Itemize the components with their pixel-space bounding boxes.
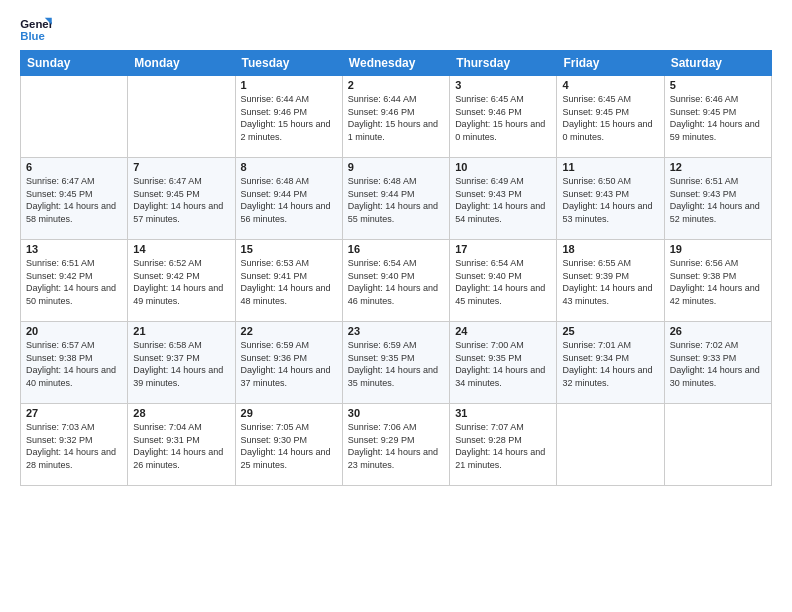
day-info: Sunrise: 6:45 AM Sunset: 9:46 PM Dayligh… [455,93,551,143]
day-number: 27 [26,407,122,419]
day-number: 29 [241,407,337,419]
day-info: Sunrise: 7:01 AM Sunset: 9:34 PM Dayligh… [562,339,658,389]
calendar-week-4: 27Sunrise: 7:03 AM Sunset: 9:32 PM Dayli… [21,404,772,486]
day-info: Sunrise: 6:45 AM Sunset: 9:45 PM Dayligh… [562,93,658,143]
calendar-body: 1Sunrise: 6:44 AM Sunset: 9:46 PM Daylig… [21,76,772,486]
logo: General Blue [20,16,52,44]
calendar-cell: 9Sunrise: 6:48 AM Sunset: 9:44 PM Daylig… [342,158,449,240]
header-sunday: Sunday [21,51,128,76]
calendar-cell: 27Sunrise: 7:03 AM Sunset: 9:32 PM Dayli… [21,404,128,486]
page: General Blue Sunday Monday Tuesday Wedne… [0,0,792,612]
day-info: Sunrise: 7:00 AM Sunset: 9:35 PM Dayligh… [455,339,551,389]
calendar-week-3: 20Sunrise: 6:57 AM Sunset: 9:38 PM Dayli… [21,322,772,404]
day-number: 26 [670,325,766,337]
day-info: Sunrise: 6:59 AM Sunset: 9:35 PM Dayligh… [348,339,444,389]
calendar-cell: 23Sunrise: 6:59 AM Sunset: 9:35 PM Dayli… [342,322,449,404]
calendar-cell [21,76,128,158]
calendar-week-1: 6Sunrise: 6:47 AM Sunset: 9:45 PM Daylig… [21,158,772,240]
day-info: Sunrise: 6:46 AM Sunset: 9:45 PM Dayligh… [670,93,766,143]
day-number: 28 [133,407,229,419]
day-number: 2 [348,79,444,91]
day-number: 3 [455,79,551,91]
day-number: 19 [670,243,766,255]
day-info: Sunrise: 6:48 AM Sunset: 9:44 PM Dayligh… [348,175,444,225]
day-info: Sunrise: 6:57 AM Sunset: 9:38 PM Dayligh… [26,339,122,389]
calendar-cell: 31Sunrise: 7:07 AM Sunset: 9:28 PM Dayli… [450,404,557,486]
calendar-cell: 13Sunrise: 6:51 AM Sunset: 9:42 PM Dayli… [21,240,128,322]
day-info: Sunrise: 6:54 AM Sunset: 9:40 PM Dayligh… [348,257,444,307]
calendar-cell: 5Sunrise: 6:46 AM Sunset: 9:45 PM Daylig… [664,76,771,158]
header-monday: Monday [128,51,235,76]
calendar-cell: 25Sunrise: 7:01 AM Sunset: 9:34 PM Dayli… [557,322,664,404]
day-info: Sunrise: 6:58 AM Sunset: 9:37 PM Dayligh… [133,339,229,389]
day-info: Sunrise: 6:50 AM Sunset: 9:43 PM Dayligh… [562,175,658,225]
calendar-cell: 29Sunrise: 7:05 AM Sunset: 9:30 PM Dayli… [235,404,342,486]
calendar-cell: 14Sunrise: 6:52 AM Sunset: 9:42 PM Dayli… [128,240,235,322]
day-info: Sunrise: 7:06 AM Sunset: 9:29 PM Dayligh… [348,421,444,471]
day-number: 10 [455,161,551,173]
day-number: 11 [562,161,658,173]
day-number: 14 [133,243,229,255]
calendar-cell: 18Sunrise: 6:55 AM Sunset: 9:39 PM Dayli… [557,240,664,322]
day-number: 8 [241,161,337,173]
calendar-cell: 21Sunrise: 6:58 AM Sunset: 9:37 PM Dayli… [128,322,235,404]
calendar-header-row: Sunday Monday Tuesday Wednesday Thursday… [21,51,772,76]
day-info: Sunrise: 6:47 AM Sunset: 9:45 PM Dayligh… [26,175,122,225]
day-info: Sunrise: 6:59 AM Sunset: 9:36 PM Dayligh… [241,339,337,389]
header-wednesday: Wednesday [342,51,449,76]
calendar-cell: 1Sunrise: 6:44 AM Sunset: 9:46 PM Daylig… [235,76,342,158]
header-friday: Friday [557,51,664,76]
calendar-cell: 17Sunrise: 6:54 AM Sunset: 9:40 PM Dayli… [450,240,557,322]
logo-icon: General Blue [20,16,52,44]
day-number: 30 [348,407,444,419]
header-thursday: Thursday [450,51,557,76]
day-info: Sunrise: 6:52 AM Sunset: 9:42 PM Dayligh… [133,257,229,307]
day-info: Sunrise: 7:04 AM Sunset: 9:31 PM Dayligh… [133,421,229,471]
day-info: Sunrise: 6:44 AM Sunset: 9:46 PM Dayligh… [241,93,337,143]
calendar-cell: 15Sunrise: 6:53 AM Sunset: 9:41 PM Dayli… [235,240,342,322]
calendar-cell: 30Sunrise: 7:06 AM Sunset: 9:29 PM Dayli… [342,404,449,486]
day-number: 31 [455,407,551,419]
day-info: Sunrise: 7:07 AM Sunset: 9:28 PM Dayligh… [455,421,551,471]
calendar-cell [557,404,664,486]
day-info: Sunrise: 6:51 AM Sunset: 9:42 PM Dayligh… [26,257,122,307]
day-info: Sunrise: 7:03 AM Sunset: 9:32 PM Dayligh… [26,421,122,471]
day-number: 25 [562,325,658,337]
calendar-cell: 24Sunrise: 7:00 AM Sunset: 9:35 PM Dayli… [450,322,557,404]
calendar-cell: 2Sunrise: 6:44 AM Sunset: 9:46 PM Daylig… [342,76,449,158]
day-number: 22 [241,325,337,337]
day-number: 7 [133,161,229,173]
calendar-cell: 19Sunrise: 6:56 AM Sunset: 9:38 PM Dayli… [664,240,771,322]
day-number: 5 [670,79,766,91]
day-number: 15 [241,243,337,255]
day-number: 21 [133,325,229,337]
calendar-cell: 11Sunrise: 6:50 AM Sunset: 9:43 PM Dayli… [557,158,664,240]
calendar: Sunday Monday Tuesday Wednesday Thursday… [20,50,772,486]
day-info: Sunrise: 6:56 AM Sunset: 9:38 PM Dayligh… [670,257,766,307]
calendar-cell: 28Sunrise: 7:04 AM Sunset: 9:31 PM Dayli… [128,404,235,486]
calendar-cell: 10Sunrise: 6:49 AM Sunset: 9:43 PM Dayli… [450,158,557,240]
day-number: 13 [26,243,122,255]
svg-text:Blue: Blue [20,30,45,42]
calendar-cell: 8Sunrise: 6:48 AM Sunset: 9:44 PM Daylig… [235,158,342,240]
day-info: Sunrise: 6:48 AM Sunset: 9:44 PM Dayligh… [241,175,337,225]
header: General Blue [20,16,772,44]
calendar-week-0: 1Sunrise: 6:44 AM Sunset: 9:46 PM Daylig… [21,76,772,158]
day-info: Sunrise: 6:55 AM Sunset: 9:39 PM Dayligh… [562,257,658,307]
calendar-cell: 22Sunrise: 6:59 AM Sunset: 9:36 PM Dayli… [235,322,342,404]
calendar-cell: 12Sunrise: 6:51 AM Sunset: 9:43 PM Dayli… [664,158,771,240]
header-saturday: Saturday [664,51,771,76]
day-number: 16 [348,243,444,255]
day-info: Sunrise: 7:02 AM Sunset: 9:33 PM Dayligh… [670,339,766,389]
day-number: 20 [26,325,122,337]
day-number: 6 [26,161,122,173]
calendar-week-2: 13Sunrise: 6:51 AM Sunset: 9:42 PM Dayli… [21,240,772,322]
day-number: 17 [455,243,551,255]
day-info: Sunrise: 6:51 AM Sunset: 9:43 PM Dayligh… [670,175,766,225]
day-number: 4 [562,79,658,91]
calendar-cell: 26Sunrise: 7:02 AM Sunset: 9:33 PM Dayli… [664,322,771,404]
day-info: Sunrise: 7:05 AM Sunset: 9:30 PM Dayligh… [241,421,337,471]
day-number: 12 [670,161,766,173]
calendar-cell [128,76,235,158]
day-number: 24 [455,325,551,337]
